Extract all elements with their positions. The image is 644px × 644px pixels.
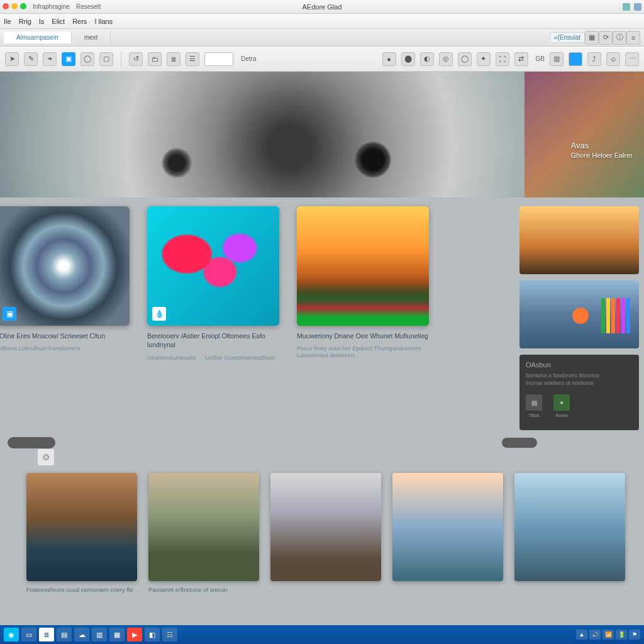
hero-side-art: [525, 72, 644, 197]
dot-icon[interactable]: ●: [382, 52, 396, 66]
card[interactable]: ◧ Muuweriony Dnane Oee Whunet Mufiunelie…: [297, 206, 429, 430]
taskbar-app[interactable]: ▤: [57, 628, 72, 641]
taskbar-app[interactable]: ▭: [21, 628, 36, 641]
menu-item[interactable]: Rrig: [19, 18, 31, 25]
ring-icon[interactable]: ◯: [458, 52, 472, 66]
tab-action-button[interactable]: «(Ensuiat: [550, 32, 585, 43]
chart-icon[interactable]: ▥: [550, 52, 564, 66]
panel-desc: Bentetor.a Beabrono Bicence: [526, 372, 633, 380]
stack-icon[interactable]: ☰: [186, 52, 199, 66]
gallery-row: Frateesshvore cood cernoniem criery fle …: [0, 465, 644, 593]
tray-icon[interactable]: ▲: [576, 630, 587, 640]
picker-icon[interactable]: ◐: [420, 52, 434, 66]
card-links: Oesnenviumesatic Uinfoe Goectinseneatlis…: [147, 354, 279, 361]
tray-icon[interactable]: 📶: [602, 630, 614, 640]
tray-icon[interactable]: ⚑: [629, 630, 640, 640]
panel-icon[interactable]: ▤: [526, 394, 542, 411]
card-thumbnail[interactable]: ▣: [0, 206, 130, 326]
swap-icon[interactable]: ⇄: [514, 52, 528, 66]
gallery-card[interactable]: [392, 473, 503, 593]
layers-icon[interactable]: ▣: [62, 52, 75, 66]
toolbar: ➤ ✎ ❧ ▣ ◯ ▢ ↺ 🗀 🗎 ☰ Detra ● ⬤ ◐ ◎ ◯ ✦ ⛶ …: [0, 47, 644, 72]
card-link[interactable]: Uinfoe Goectinseneatlisint: [205, 354, 274, 361]
card-link[interactable]: Oesnenviumesatic: [147, 354, 196, 361]
gallery-card[interactable]: [270, 473, 381, 593]
side-thumbnail[interactable]: [519, 206, 639, 274]
close-icon[interactable]: [3, 3, 9, 9]
grid-icon[interactable]: ▦: [585, 31, 599, 45]
separator: [121, 52, 121, 67]
scroll-handle[interactable]: [8, 437, 55, 448]
doc-icon[interactable]: 🗎: [167, 52, 180, 66]
menu-item[interactable]: Ile: [4, 18, 11, 25]
gallery-thumbnail[interactable]: [514, 473, 625, 581]
app-badge-icon: ▣: [3, 307, 16, 321]
info-icon[interactable]: ⓘ: [613, 31, 626, 45]
gallery-card[interactable]: Paosennt erfinctone of srieoin: [148, 473, 259, 593]
refresh-icon[interactable]: ⟳: [599, 31, 613, 45]
taskbar-app[interactable]: ◧: [145, 628, 160, 641]
menu-item[interactable]: Rers: [72, 18, 87, 25]
toolbar-label-2: GB: [536, 55, 545, 62]
record-icon[interactable]: ⬤: [401, 52, 415, 66]
circle-icon[interactable]: ◯: [80, 52, 94, 66]
more-icon[interactable]: ⋯: [625, 52, 639, 66]
toolbar-label: Detra: [241, 55, 256, 62]
app-icon[interactable]: [569, 52, 582, 66]
panel-sub: Inonse erieliers ot enetione: [526, 380, 633, 387]
tab[interactable]: mext: [72, 31, 111, 43]
gallery-thumbnail[interactable]: [148, 473, 259, 581]
gallery-card[interactable]: Frateesshvore cood cernoniem criery fle: [26, 473, 137, 593]
taskbar-app[interactable]: ☁: [74, 628, 89, 641]
folder-icon[interactable]: 🗀: [148, 52, 162, 66]
side-thumbnail[interactable]: [519, 280, 639, 348]
card-title: tOline Eres Mnacow/ Scrieeset Cltun: [0, 332, 130, 341]
crop-icon[interactable]: ⛶: [496, 52, 509, 66]
card-title: Muuweriony Dnane Oee Whunet Mufiunelieg: [297, 332, 429, 341]
menu-item[interactable]: I llans: [94, 18, 113, 25]
hero-banner: Avas Ghore Heloer Ealrer: [0, 72, 644, 197]
size-field[interactable]: [204, 52, 233, 66]
gear-icon[interactable]: ⚙: [38, 449, 54, 465]
user-icon[interactable]: ☺: [606, 52, 620, 66]
target-icon[interactable]: ◎: [439, 52, 453, 66]
right-column: OAsbun Bentetor.a Beabrono Bicence Inons…: [519, 206, 639, 430]
taskbar-app[interactable]: ☷: [162, 628, 177, 641]
panel-icon[interactable]: ✦: [553, 394, 570, 411]
hero-badge: Avas Ghore Heloer Ealrer: [571, 141, 633, 159]
tray-icon[interactable]: 🔊: [589, 630, 601, 640]
menu-item[interactable]: Elict: [52, 18, 65, 25]
taskbar-app[interactable]: 🗎: [39, 628, 54, 641]
start-icon[interactable]: ◉: [4, 628, 19, 641]
brush-icon[interactable]: ✎: [24, 52, 38, 66]
taskbar-app[interactable]: ▥: [92, 628, 107, 641]
tab-active[interactable]: Almuarnpasein: [4, 31, 72, 43]
card-thumbnail[interactable]: ◧: [297, 206, 429, 326]
gallery-card[interactable]: [514, 473, 625, 593]
pointer-icon[interactable]: ➤: [5, 52, 19, 66]
share-icon[interactable]: ⤴: [587, 52, 601, 66]
card-row: ▣ tOline Eres Mnacow/ Scrieeset Cltun At…: [0, 206, 644, 430]
tray-icon[interactable]: 🔋: [616, 630, 627, 640]
gallery-thumbnail[interactable]: [392, 473, 503, 581]
cloud-icon[interactable]: [634, 3, 641, 11]
card-thumbnail[interactable]: 💧: [147, 206, 279, 326]
taskbar-app[interactable]: ▦: [109, 628, 125, 641]
square-icon[interactable]: ▢: [99, 52, 113, 66]
taskbar: ◉ ▭ 🗎 ▤ ☁ ▥ ▦ ▶ ◧ ☷ ▲ 🔊 📶 🔋 ⚑: [0, 625, 644, 644]
scroll-handle[interactable]: [502, 438, 537, 448]
card[interactable]: ▣ tOline Eres Mnacow/ Scrieeset Cltun At…: [0, 206, 130, 430]
sync-icon[interactable]: [623, 3, 630, 11]
feather-icon[interactable]: ❧: [43, 52, 57, 66]
maximize-icon[interactable]: [20, 3, 26, 9]
gallery-thumbnail[interactable]: [270, 473, 381, 581]
window-title: AEdore Glad: [303, 3, 342, 11]
menu-item[interactable]: Is: [39, 18, 45, 25]
menu-icon[interactable]: ≡: [626, 31, 640, 45]
history-icon[interactable]: ↺: [129, 52, 143, 66]
card[interactable]: 💧 Berelooerv /Astier Eniopl Oltomees Eaf…: [147, 206, 279, 430]
gallery-thumbnail[interactable]: [26, 473, 137, 581]
wand-icon[interactable]: ✦: [477, 52, 491, 66]
minimize-icon[interactable]: [11, 3, 18, 9]
taskbar-app[interactable]: ▶: [127, 628, 142, 641]
